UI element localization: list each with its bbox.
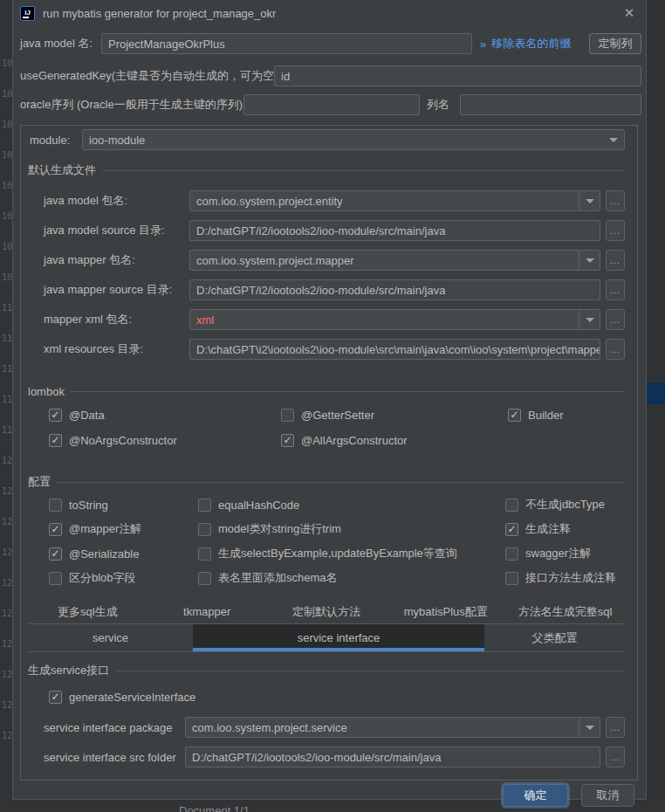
- tab-full-sql-from-method-name[interactable]: 方法名生成完整sql: [505, 600, 625, 623]
- java-model-name-input[interactable]: ProjectManageOkrPlus: [101, 33, 472, 54]
- browse-button[interactable]: ...: [606, 279, 625, 300]
- use-generated-key-input[interactable]: id: [274, 65, 641, 86]
- checkbox-label: swagger注解: [525, 546, 591, 561]
- customize-columns-button[interactable]: 定制列: [589, 33, 641, 54]
- chevron-down-icon[interactable]: [579, 718, 600, 737]
- checkbox-label: @GetterSetter: [301, 409, 374, 422]
- checkbox-swagger[interactable]: swagger注解: [505, 546, 625, 561]
- checkbox-label: 不生成jdbcType: [525, 497, 605, 513]
- checkbox-data[interactable]: @Data: [49, 407, 281, 423]
- close-icon[interactable]: ✕: [621, 5, 637, 21]
- mybatis-generator-dialog: IJ run mybatis generator for project_man…: [12, 0, 647, 800]
- service-interface-src-folder-input[interactable]: D:/chatGPT/i2/iootools2/ioo-module/src/m…: [185, 747, 600, 767]
- tab-parent-class-config[interactable]: 父类配置: [484, 624, 625, 651]
- xml-resources-input[interactable]: D:\chatGPT\i2\iootools2\ioo-module\src\m…: [189, 339, 600, 360]
- checkbox-box[interactable]: [281, 434, 294, 447]
- mapper-xml-package-combo[interactable]: xml: [189, 309, 600, 330]
- chevron-down-icon[interactable]: [579, 310, 600, 329]
- tab-tkmapper[interactable]: tkmapper: [147, 600, 267, 623]
- browse-button[interactable]: ...: [606, 747, 625, 767]
- chevron-down-icon[interactable]: [579, 251, 600, 270]
- module-label: module:: [28, 134, 82, 147]
- lombok-checkbox-grid: @Data @GetterSetter Builder @NoArgsConst…: [49, 407, 625, 448]
- checkbox-box[interactable]: [49, 547, 62, 561]
- browse-button[interactable]: ...: [606, 717, 625, 738]
- java-model-package-combo[interactable]: com.ioo.system.project.entity: [189, 190, 600, 211]
- tab-more-sql[interactable]: 更多sql生成: [28, 600, 147, 623]
- checkbox-mapper-annotation[interactable]: @mapper注解: [49, 521, 198, 537]
- section-divider: [102, 170, 625, 171]
- checkbox-label: @mapper注解: [69, 521, 141, 537]
- checkbox-tostring[interactable]: toString: [49, 497, 198, 513]
- checkbox-schema-name[interactable]: 表名里面添加schema名: [198, 570, 505, 586]
- java-model-name-row: java model 名: ProjectManageOkrPlus » 移除表…: [20, 33, 641, 54]
- checkbox-box[interactable]: [198, 499, 211, 512]
- checkbox-box[interactable]: [49, 434, 62, 447]
- checkbox-interface-comments[interactable]: 接口方法生成注释: [505, 570, 625, 586]
- checkbox-allargsconstructor[interactable]: @AllArgsConstructor: [281, 432, 508, 448]
- checkbox-box[interactable]: [505, 547, 518, 561]
- browse-button[interactable]: ...: [606, 190, 625, 211]
- java-model-package-row: java model 包名: com.ioo.system.project.en…: [28, 190, 625, 211]
- checkbox-box[interactable]: [49, 523, 62, 536]
- checkbox-by-example[interactable]: 生成selectByExample,updateByExample等查询: [198, 546, 505, 561]
- checkbox-serializable[interactable]: @Serializable: [49, 546, 198, 561]
- service-interface-section-title: 生成service接口: [28, 663, 109, 678]
- service-interface-package-combo[interactable]: com.ioo.system.project.service: [185, 717, 600, 738]
- chevron-down-icon[interactable]: [579, 191, 600, 210]
- dialog-title: run mybatis generator for project_manage…: [43, 7, 276, 20]
- checkbox-equalhashcode[interactable]: equalHashCode: [198, 497, 505, 513]
- checkbox-box[interactable]: [505, 572, 518, 585]
- tab-mybatisplus-config[interactable]: mybatisPlus配置: [386, 600, 505, 623]
- ok-button[interactable]: 确定: [503, 784, 568, 807]
- java-mapper-package-combo[interactable]: com.ioo.system.project.mapper: [189, 250, 600, 271]
- java-model-name-label: java model 名:: [20, 36, 101, 52]
- cancel-button[interactable]: 取消: [581, 784, 634, 807]
- checkbox-box[interactable]: [505, 499, 518, 512]
- checkbox-box[interactable]: [49, 499, 62, 512]
- checkbox-gettersetter[interactable]: @GetterSetter: [281, 407, 508, 423]
- checkbox-box[interactable]: [505, 523, 518, 536]
- checkbox-blob-fields[interactable]: 区分blob字段: [49, 570, 198, 586]
- checkbox-generate-service-interface[interactable]: generateServiceInterface: [49, 689, 625, 705]
- checkbox-generate-comments[interactable]: 生成注释: [505, 521, 625, 537]
- service-interface-package-label: service interface package: [28, 721, 185, 734]
- tab-service[interactable]: service: [28, 624, 193, 651]
- checkbox-box[interactable]: [49, 572, 62, 585]
- tab-service-interface[interactable]: service interface: [193, 624, 484, 651]
- checkbox-builder[interactable]: Builder: [508, 407, 625, 423]
- checkbox-box[interactable]: [198, 547, 211, 561]
- checkbox-label: @NoArgsConstructor: [69, 434, 177, 447]
- remove-table-prefix-link[interactable]: 移除表名的前缀: [491, 36, 571, 52]
- column-name-input[interactable]: [460, 94, 641, 115]
- browse-button[interactable]: ...: [606, 309, 625, 330]
- java-mapper-source-input[interactable]: D:/chatGPT/i2/iootools2/ioo-module/src/m…: [189, 279, 600, 300]
- checkbox-box[interactable]: [198, 572, 211, 585]
- dialog-titlebar: IJ run mybatis generator for project_man…: [13, 0, 646, 26]
- checkbox-box[interactable]: [198, 523, 211, 536]
- checkbox-noargsconstructor[interactable]: @NoArgsConstructor: [49, 432, 281, 448]
- checkbox-box[interactable]: [49, 409, 62, 422]
- checkbox-box[interactable]: [508, 409, 521, 422]
- checkbox-label: @Data: [69, 409, 105, 422]
- checkbox-label: Builder: [528, 409, 563, 422]
- tab-custom-default-methods[interactable]: 定制默认方法: [267, 600, 387, 623]
- module-combo-value: ioo-module: [83, 134, 603, 147]
- browse-button[interactable]: ...: [606, 250, 625, 271]
- checkbox-no-jdbctype[interactable]: 不生成jdbcType: [505, 497, 625, 513]
- remove-prefix-link-area: » 移除表名的前缀: [480, 36, 571, 52]
- config-section-header: 配置: [28, 474, 625, 490]
- checkbox-box[interactable]: [281, 409, 294, 422]
- checkbox-box[interactable]: [49, 691, 62, 704]
- checkbox-label: model类对string进行trim: [218, 521, 341, 537]
- checkbox-label: equalHashCode: [218, 499, 299, 512]
- module-row: module: ioo-module: [28, 129, 625, 150]
- column-name-label: 列名: [427, 97, 449, 113]
- chevron-down-icon[interactable]: [603, 130, 624, 149]
- module-combo[interactable]: ioo-module: [82, 129, 625, 150]
- oracle-sequence-input[interactable]: [243, 94, 420, 115]
- checkbox-string-trim[interactable]: model类对string进行trim: [198, 521, 505, 537]
- browse-button[interactable]: ...: [606, 339, 625, 360]
- java-model-source-input[interactable]: D:/chatGPT/i2/iootools2/ioo-module/src/m…: [189, 220, 600, 241]
- browse-button[interactable]: ...: [606, 220, 625, 241]
